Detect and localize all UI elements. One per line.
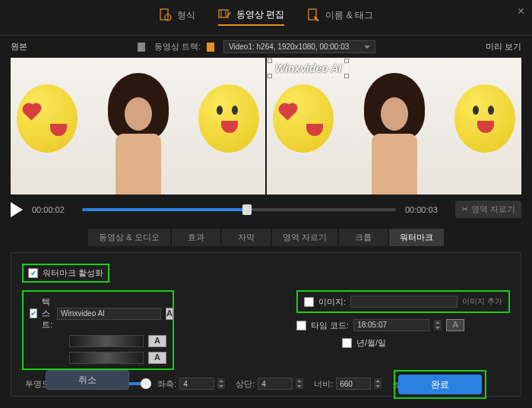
- spin-down-icon[interactable]: [434, 325, 442, 331]
- text-column: 텍스트: A A A: [22, 290, 236, 370]
- cancel-button[interactable]: 취소: [46, 370, 129, 390]
- timecode-label: 타임 코드:: [311, 320, 349, 331]
- text-label: 텍스트:: [42, 296, 52, 331]
- film-icon: [138, 43, 145, 52]
- timecode-font-button[interactable]: A: [446, 319, 464, 331]
- film-edit-icon: [218, 8, 232, 21]
- preview-video: Winxvideo AI: [267, 58, 521, 195]
- scissors-icon: ✂: [461, 204, 468, 214]
- tab-format-label: 형식: [177, 9, 195, 22]
- tab-format[interactable]: 형식: [159, 8, 195, 26]
- enable-watermark-checkbox[interactable]: [28, 268, 38, 278]
- text-input[interactable]: [57, 308, 161, 320]
- subtab-crop[interactable]: 크롭: [339, 229, 388, 246]
- image-label: 이미지:: [318, 296, 346, 308]
- track-select-group: 동영상 트랙: Video1: h264, 1920x1080, 00:00:0…: [138, 40, 375, 53]
- playback-slider[interactable]: [82, 208, 396, 211]
- sub-tabs: 동영상 & 오디오 효과 자막 영역 자르기 크롭 워터마크: [0, 224, 532, 251]
- track-label: 동영상 트랙:: [154, 41, 201, 52]
- subtab-subtitle[interactable]: 자막: [222, 229, 271, 246]
- subtab-watermark[interactable]: 워터마크: [389, 229, 444, 246]
- timecode-checkbox[interactable]: [296, 321, 306, 331]
- done-highlight: 완료: [394, 370, 486, 399]
- enable-watermark-label: 워터마크 활성화: [43, 267, 103, 279]
- font-button-1[interactable]: A: [166, 308, 173, 320]
- watermark-overlay[interactable]: Winxvideo AI: [270, 61, 347, 76]
- add-image-button[interactable]: 이미지 추가: [462, 296, 502, 307]
- playback-row: 00:00:02 00:00:03 ✂ 영역 자르기: [0, 195, 532, 224]
- image-path-input[interactable]: [350, 296, 458, 308]
- tab-edit[interactable]: 동영상 편집: [218, 8, 284, 26]
- svg-rect-2: [219, 10, 228, 17]
- text-input-3[interactable]: [69, 352, 144, 364]
- image-checkbox[interactable]: [304, 297, 314, 307]
- ymd-label: 년/월/일: [356, 337, 386, 349]
- top-tabs: 형식 동영상 편집 이름 & 태그: [0, 0, 532, 36]
- cut-label: 영역 자르기: [471, 204, 515, 215]
- original-label: 원본: [11, 41, 27, 52]
- text-checkbox[interactable]: [30, 308, 37, 318]
- ymd-checkbox[interactable]: [342, 338, 352, 348]
- track-row: 원본 동영상 트랙: Video1: h264, 1920x1080, 00:0…: [0, 36, 532, 58]
- subtab-effect[interactable]: 효과: [172, 229, 220, 246]
- footer: 취소 완료: [0, 370, 532, 399]
- close-icon[interactable]: ×: [518, 5, 524, 18]
- timecode-spinner[interactable]: [434, 320, 442, 331]
- original-video: [11, 58, 265, 195]
- slider-thumb[interactable]: [242, 204, 252, 215]
- tab-edit-label: 동영상 편집: [236, 8, 284, 21]
- font-button-2[interactable]: A: [148, 335, 166, 347]
- track-select[interactable]: Video1: h264, 1920x1080, 00:00:03: [223, 40, 375, 53]
- subtab-crop-area[interactable]: 영역 자르기: [272, 229, 337, 246]
- preview-label: 미리 보기: [486, 41, 521, 52]
- enable-watermark-group: 워터마크 활성화: [22, 264, 109, 283]
- total-time: 00:00:03: [405, 205, 446, 214]
- spin-up-icon[interactable]: [434, 320, 442, 325]
- tab-name-tag-label: 이름 & 태그: [325, 9, 373, 22]
- image-watermark-group: 이미지: 이미지 추가: [296, 290, 510, 313]
- cut-area-button[interactable]: ✂ 영역 자르기: [455, 201, 521, 218]
- current-time: 00:00:02: [32, 205, 73, 214]
- form-columns: 텍스트: A A A 이미지: 이미지 추가: [22, 290, 510, 370]
- text-input-2[interactable]: [69, 335, 144, 347]
- tab-name-tag[interactable]: 이름 & 태그: [307, 8, 373, 26]
- video-row: Winxvideo AI: [0, 58, 532, 195]
- watermark-overlay-text: Winxvideo AI: [275, 62, 341, 74]
- timecode-row: 타임 코드: 18:05:07 A: [296, 319, 510, 331]
- film-thumb-icon: [207, 43, 214, 52]
- image-column: 이미지: 이미지 추가 타임 코드: 18:05:07 A 년/월/일: [296, 290, 510, 370]
- ymd-row: 년/월/일: [342, 337, 510, 349]
- subtab-va[interactable]: 동영상 & 오디오: [88, 229, 169, 246]
- text-watermark-group: 텍스트: A A A: [22, 290, 174, 370]
- timecode-select[interactable]: 18:05:07: [353, 319, 429, 331]
- play-button[interactable]: [11, 202, 23, 217]
- done-button[interactable]: 완료: [398, 375, 482, 394]
- font-button-3[interactable]: A: [148, 352, 166, 364]
- gear-doc-icon: [159, 8, 173, 22]
- tag-doc-icon: [307, 8, 321, 22]
